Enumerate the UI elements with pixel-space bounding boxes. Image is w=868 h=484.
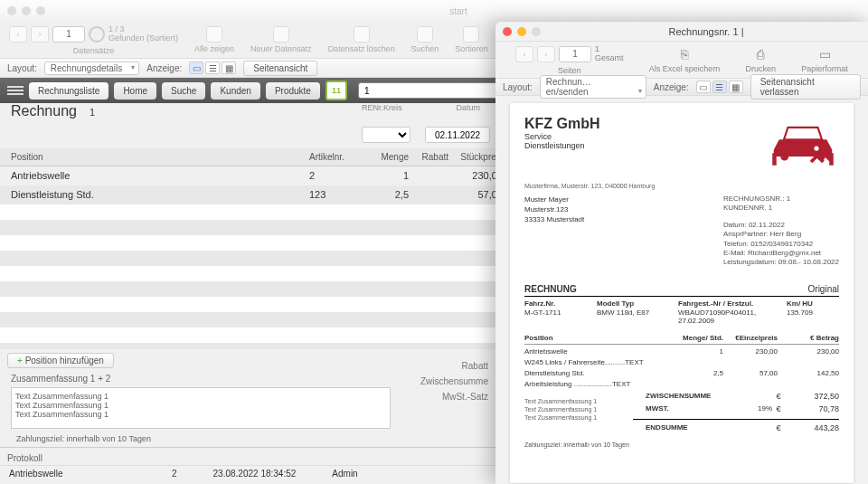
preview-layout-select[interactable]: Rechnun…en/senden bbox=[540, 75, 646, 99]
nav-group: ‹ › 1 1 / 3 Gefunden (Sortiert) Datensät… bbox=[9, 24, 178, 55]
rechnung-number: 1 bbox=[90, 107, 95, 118]
sort-icon[interactable] bbox=[463, 26, 479, 43]
prev-page-button[interactable]: ‹ bbox=[515, 46, 533, 62]
window-title: start bbox=[56, 6, 861, 16]
next-record-button[interactable]: › bbox=[31, 26, 49, 43]
totals-labels: RabattZwischensummeMwSt.-Satz bbox=[420, 358, 488, 404]
renr-label: RENr.Kreis bbox=[362, 103, 402, 112]
close-icon[interactable] bbox=[503, 27, 512, 36]
preview-title: Rechnungsnr. 1 | bbox=[552, 26, 861, 37]
seiten-label: Seiten bbox=[558, 66, 581, 75]
excel-icon[interactable]: ⎘ bbox=[676, 46, 693, 62]
print-icon[interactable]: ⎙ bbox=[752, 46, 769, 62]
company-name: KFZ GmbH bbox=[524, 116, 600, 132]
customer-name: Muster Mayer bbox=[524, 195, 584, 204]
tab-home[interactable]: Home bbox=[114, 82, 156, 100]
page-view-button[interactable]: Seitenansicht bbox=[243, 61, 317, 76]
search-label: Suchen bbox=[411, 44, 439, 53]
close-icon[interactable] bbox=[7, 6, 16, 15]
calendar-icon[interactable]: 11 bbox=[326, 81, 347, 100]
tab-kunden[interactable]: Kunden bbox=[211, 82, 259, 100]
maximize-icon[interactable] bbox=[36, 6, 45, 15]
show-all-label: Alle zeigen bbox=[194, 44, 234, 53]
menu-icon[interactable] bbox=[7, 86, 24, 95]
table-view-icon[interactable]: ▦ bbox=[729, 81, 743, 93]
svg-point-2 bbox=[813, 145, 820, 152]
found-label: Gefunden (Sortiert) bbox=[108, 34, 178, 43]
datum-label: Datum bbox=[457, 103, 481, 112]
titlebar: start bbox=[0, 0, 868, 22]
list-view-icon[interactable]: ☰ bbox=[712, 81, 727, 93]
sort-label: Sortieren bbox=[455, 44, 488, 53]
table-view-icon[interactable]: ▦ bbox=[222, 62, 236, 74]
records-label: Datensätze bbox=[73, 46, 115, 55]
view-mode-icons: ▭ ☰ ▦ bbox=[189, 62, 236, 74]
anzeige-label: Anzeige: bbox=[146, 63, 182, 73]
next-page-button[interactable]: › bbox=[537, 46, 555, 62]
exit-preview-button[interactable]: Seitenansicht verlassen bbox=[750, 74, 861, 100]
delete-record-icon[interactable] bbox=[354, 26, 370, 43]
tab-suche[interactable]: Suche bbox=[162, 82, 205, 100]
list-view-icon[interactable]: ☰ bbox=[205, 62, 220, 74]
add-position-button[interactable]: + Position hinzufügen bbox=[7, 353, 114, 368]
preview-layout-toolbar: Layout: Rechnun…en/senden Anzeige: ▭ ☰ ▦… bbox=[495, 78, 868, 96]
minimize-icon[interactable] bbox=[22, 6, 31, 15]
page-input[interactable]: 1 bbox=[559, 46, 591, 62]
invoice-preview: KFZ GmbH Service Dienstleistungen Muster… bbox=[510, 103, 854, 483]
pie-icon bbox=[89, 26, 105, 43]
car-logo-icon bbox=[767, 116, 839, 170]
form-view-icon[interactable]: ▭ bbox=[696, 81, 711, 93]
form-view-icon[interactable]: ▭ bbox=[189, 62, 203, 74]
nav-search-input[interactable] bbox=[358, 82, 503, 99]
minimize-icon[interactable] bbox=[517, 27, 526, 36]
preview-titlebar: Rechnungsnr. 1 | bbox=[495, 22, 868, 42]
svg-rect-0 bbox=[772, 153, 777, 166]
maximize-icon[interactable] bbox=[532, 27, 541, 36]
sender-line: Musterfirma, Musterstr. 123, D40000 Hamb… bbox=[524, 183, 839, 189]
show-all-icon[interactable] bbox=[206, 26, 222, 43]
preview-window: Rechnungsnr. 1 | ‹ › 1 1 Gesamt Seiten ⎘… bbox=[495, 22, 868, 484]
new-record-label: Neuer Datensatz bbox=[250, 44, 312, 53]
rechnung-title: Rechnung bbox=[11, 103, 77, 119]
renr-kreis-select[interactable] bbox=[362, 127, 410, 143]
traffic-lights bbox=[7, 6, 45, 15]
tab-produkte[interactable]: Produkte bbox=[266, 82, 320, 100]
tab-rechnungsliste[interactable]: Rechnungsliste bbox=[29, 82, 108, 100]
prev-record-button[interactable]: ‹ bbox=[9, 26, 27, 43]
layout-label: Layout: bbox=[7, 63, 37, 73]
invoice-payment-terms: Zahlungsziel: innerhalb von 10 Tagen bbox=[524, 441, 839, 448]
delete-record-label: Datensatz löschen bbox=[328, 44, 395, 53]
search-icon[interactable] bbox=[417, 26, 433, 43]
new-record-icon[interactable] bbox=[273, 26, 289, 43]
summary-textbox[interactable]: Text Zusammenfassung 1Text Zusammenfassu… bbox=[11, 387, 391, 429]
datum-input[interactable] bbox=[425, 127, 490, 143]
layout-select[interactable]: Rechnungsdetails bbox=[44, 62, 140, 75]
page-format-icon[interactable]: ▭ bbox=[816, 46, 833, 62]
preview-toolbar: ‹ › 1 1 Gesamt Seiten ⎘Als Excel speiche… bbox=[495, 42, 868, 78]
record-number-input[interactable]: 1 bbox=[52, 26, 85, 43]
